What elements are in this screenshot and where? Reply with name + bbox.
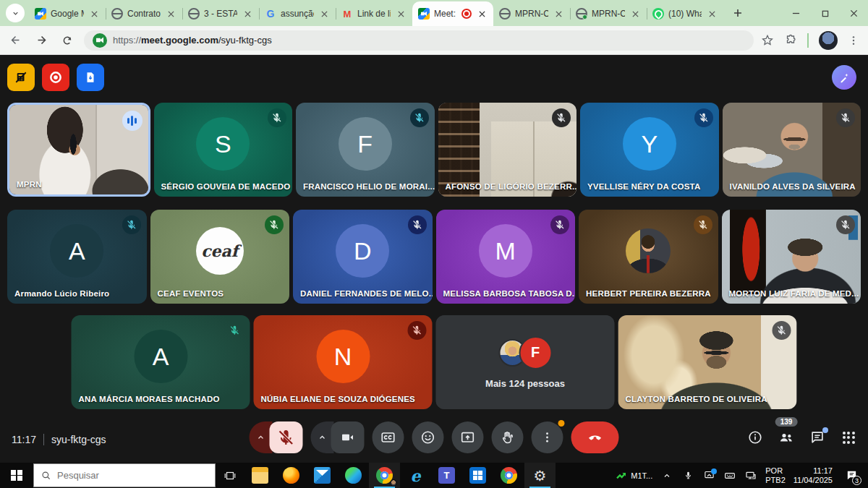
mic-off-icon xyxy=(694,215,712,234)
participant-tile[interactable]: ceaf CEAF EVENTOS xyxy=(150,210,290,304)
activities-button[interactable] xyxy=(839,428,858,447)
start-button[interactable] xyxy=(0,463,33,488)
browser-tab[interactable]: MPRN-CE xyxy=(570,1,647,26)
taskbar-search-input[interactable] xyxy=(57,470,187,481)
taskbar-clock[interactable]: 11:1711/04/2025 xyxy=(793,466,833,485)
tray-app-m1t[interactable]: M1T... xyxy=(616,470,652,481)
mic-toggle-button-muted[interactable] xyxy=(270,421,303,453)
chrome-button-2[interactable] xyxy=(493,463,524,488)
participant-tile[interactable]: F FRANCISCO HELIO DE MORAI... xyxy=(296,103,435,197)
browser-tab[interactable]: MPRN-CE xyxy=(493,1,570,26)
browser-tab[interactable]: Contrato xyxy=(106,1,182,26)
participant-tile[interactable]: Y YVELLISE NÉRY DA COSTA xyxy=(580,103,719,197)
extensions-icon[interactable] xyxy=(784,34,797,47)
divider xyxy=(43,434,44,445)
effects-button[interactable] xyxy=(832,65,856,90)
more-options-button[interactable] xyxy=(532,421,563,453)
toolbar-icons xyxy=(761,31,859,50)
language-indicator[interactable]: PORPTB2 xyxy=(765,466,786,485)
chrome-icon xyxy=(501,467,517,484)
tray-microphone-icon[interactable] xyxy=(681,469,694,482)
new-tab-button[interactable] xyxy=(728,3,748,23)
chat-button[interactable] xyxy=(808,428,827,447)
reload-button[interactable] xyxy=(56,30,78,51)
participant-name: AFONSO DE LIGÓRIO BEZERR... xyxy=(446,182,577,191)
store-button[interactable] xyxy=(462,463,493,488)
task-view-button[interactable] xyxy=(216,463,244,488)
browser-tab[interactable]: G assunção xyxy=(259,1,336,26)
settings-button[interactable]: ⚙ xyxy=(524,463,556,488)
address-bar[interactable]: https://meet.google.com/syu-fktg-cgs xyxy=(84,30,754,51)
transcript-extension-button[interactable] xyxy=(77,64,104,91)
participant-tile[interactable]: S SÉRGIO GOUVEIA DE MACEDO xyxy=(154,103,293,197)
taskbar-search[interactable] xyxy=(33,463,216,487)
captions-button[interactable] xyxy=(373,421,404,453)
participant-tile[interactable]: D DANIEL FERNANDES DE MELO... xyxy=(293,210,433,304)
minimize-button[interactable] xyxy=(781,0,810,26)
browser-tab[interactable]: M Link de li xyxy=(336,1,412,26)
forward-button[interactable] xyxy=(30,30,52,51)
browser-tab[interactable]: 3 - ESTAT xyxy=(182,1,259,26)
browser-tab[interactable]: (10) What xyxy=(647,1,723,26)
camera-toggle-button[interactable] xyxy=(331,421,365,453)
mail-button[interactable] xyxy=(307,463,338,488)
browser-tab-active[interactable]: Meet: xyxy=(412,1,493,26)
profile-avatar[interactable] xyxy=(819,31,838,50)
tab-close-icon[interactable] xyxy=(318,8,330,20)
tab-close-icon[interactable] xyxy=(553,8,564,20)
tab-close-icon[interactable] xyxy=(165,8,176,20)
tray-screenshare-icon[interactable] xyxy=(702,469,715,482)
tray-network-icon[interactable] xyxy=(744,469,757,482)
tray-keyboard-icon[interactable] xyxy=(723,469,736,482)
participants-button[interactable]: 139 xyxy=(777,428,796,447)
info-icon xyxy=(747,429,763,445)
file-explorer-button[interactable] xyxy=(244,463,276,488)
meeting-details-button[interactable] xyxy=(746,428,765,447)
captions-icon xyxy=(380,429,396,445)
tab-close-icon[interactable] xyxy=(242,8,253,20)
close-window-button[interactable] xyxy=(839,0,868,26)
avatar: D xyxy=(336,224,389,278)
teams-button[interactable]: T xyxy=(431,463,462,488)
tile-row-3: A ANA MÁRCIA MORAES MACHADO N NÚBIA ELIA… xyxy=(72,315,797,409)
meeting-panel-buttons: 139 xyxy=(746,428,858,447)
record-extension-button[interactable] xyxy=(42,64,69,91)
overflow-participants-tile[interactable]: F Mais 124 pessoas xyxy=(436,315,615,409)
present-screen-button[interactable] xyxy=(452,421,484,453)
tab-close-icon[interactable] xyxy=(476,8,488,20)
maximize-button[interactable] xyxy=(810,0,839,26)
edge-button[interactable] xyxy=(338,463,369,488)
participant-tile[interactable]: CLAYTON BARRETO DE OLIVEIRA xyxy=(618,315,797,409)
participant-tile[interactable]: A ANA MÁRCIA MORAES MACHADO xyxy=(72,315,250,409)
participant-tile[interactable]: MORTON LUIZ FARIA DE MED... xyxy=(722,210,861,304)
calculator-blocked-extension-button[interactable] xyxy=(7,64,35,91)
back-button[interactable] xyxy=(4,30,26,51)
participant-tile[interactable]: N NÚBIA ELIANE DE SOUZA DIÓGENES xyxy=(254,315,433,409)
bookmark-star-icon[interactable] xyxy=(761,34,774,47)
chrome-button-active[interactable] xyxy=(369,463,400,488)
participant-tile[interactable]: A Armando Lúcio Ribeiro xyxy=(7,210,147,304)
reactions-button[interactable] xyxy=(412,421,444,453)
leave-call-button[interactable] xyxy=(571,421,619,453)
participant-tile[interactable]: M MELISSA BARBOSA TABOSA D... xyxy=(436,210,576,304)
action-center-button[interactable]: 3 xyxy=(841,463,862,488)
participant-tile[interactable]: IVANILDO ALVES DA SILVEIRA xyxy=(723,103,861,197)
tab-search-button[interactable] xyxy=(6,4,25,22)
firefox-button[interactable] xyxy=(276,463,307,488)
internet-explorer-button[interactable]: e xyxy=(400,463,431,488)
tab-close-icon[interactable] xyxy=(629,8,641,20)
participant-tile[interactable]: HERBERT PEREIRA BEZERRA xyxy=(579,210,718,304)
end-call-icon xyxy=(587,429,604,446)
participant-tile[interactable]: MPRN xyxy=(7,103,150,197)
participant-tile[interactable]: AFONSO DE LIGÓRIO BEZERR... xyxy=(438,103,577,197)
tab-close-icon[interactable] xyxy=(88,8,100,20)
tab-close-icon[interactable] xyxy=(706,8,718,20)
tab-close-icon[interactable] xyxy=(395,8,407,20)
raise-hand-button[interactable] xyxy=(492,421,524,453)
browser-tab[interactable]: Google M xyxy=(29,1,106,26)
participant-name: SÉRGIO GOUVEIA DE MACEDO xyxy=(161,182,291,191)
avatar: M xyxy=(479,224,532,278)
browser-menu-icon[interactable] xyxy=(848,35,859,46)
tray-expand-button[interactable] xyxy=(660,469,673,482)
mic-off-icon xyxy=(265,215,284,234)
